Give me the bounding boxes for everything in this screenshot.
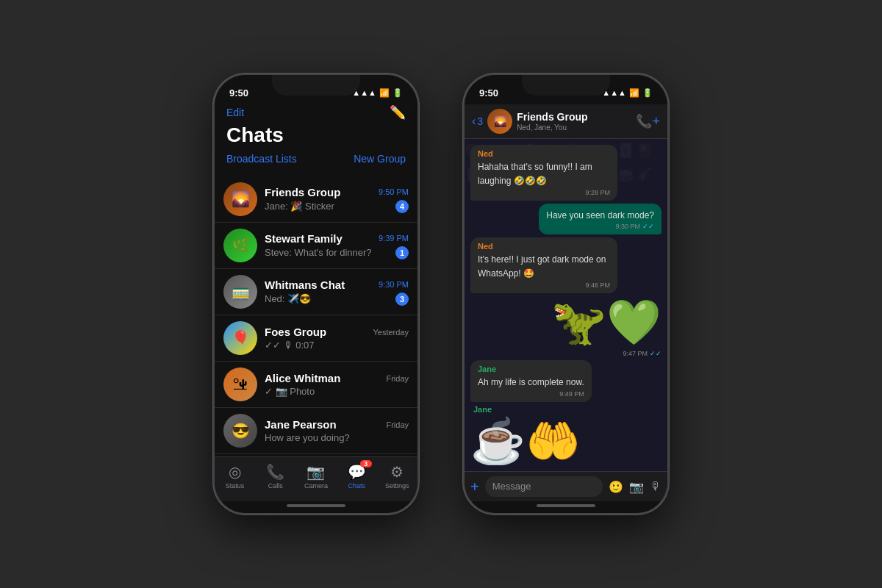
chat-name-stewart: Stewart Family bbox=[265, 232, 343, 245]
chat-name-alice: Alice Whitman bbox=[265, 372, 340, 384]
msg-time-ned-2: 9:46 PM bbox=[585, 282, 610, 289]
chats-header-top: Edit ✏️ bbox=[226, 104, 406, 121]
tab-calls[interactable]: 📞 Calls bbox=[259, 463, 292, 490]
wifi-icon-right: 📶 bbox=[629, 88, 639, 98]
status-icons-right: ▲▲▲ 📶 🔋 bbox=[602, 88, 653, 98]
sender-jane-1: Jane bbox=[478, 365, 584, 373]
mic-button[interactable]: 🎙 bbox=[650, 480, 662, 493]
avatar-friends: 🌄 bbox=[223, 182, 257, 216]
status-time-right: 9:50 bbox=[479, 87, 498, 98]
broadcast-row: Broadcast Lists New Group bbox=[226, 153, 406, 165]
camera-tab-icon: 📷 bbox=[306, 463, 325, 481]
chat-item-foes[interactable]: 🎈 Foes Group Yesterday ✓✓ 🎙 0:07 bbox=[215, 315, 417, 362]
chat-preview-row-friends: Jane: 🎉 Sticker 4 bbox=[265, 200, 409, 213]
status-bar-right: 9:50 ▲▲▲ 📶 🔋 bbox=[465, 75, 667, 104]
chat-preview-row-stewart: Steve: What's for dinner? 1 bbox=[265, 246, 409, 259]
msg-meta-out-1: 9:30 PM ✓✓ bbox=[546, 223, 654, 230]
chat-name-whitmans: Whitmans Chat bbox=[265, 279, 345, 291]
signal-icon: ▲▲▲ bbox=[352, 88, 376, 97]
edit-button[interactable]: Edit bbox=[226, 107, 244, 118]
tab-bar: ◎ Status 📞 Calls 📷 Camera 💬3 Chats ⚙ Set… bbox=[215, 456, 417, 501]
chat-item-jane[interactable]: 😎 Jane Pearson Friday How are you doing? bbox=[215, 408, 417, 454]
chat-preview-jane: How are you doing? bbox=[265, 432, 350, 443]
chat-name-friends: Friends Group bbox=[265, 186, 340, 198]
tab-camera[interactable]: 📷 Camera bbox=[300, 463, 332, 490]
status-time-left: 9:50 bbox=[229, 87, 248, 98]
badge-whitmans: 3 bbox=[395, 293, 409, 306]
msg-meta-ned-2: 9:46 PM bbox=[478, 282, 610, 289]
sender-ned-2: Ned bbox=[478, 242, 610, 251]
message-ned-1: Ned Hahaha that's so funny!! I am laughi… bbox=[470, 145, 617, 201]
messages-content: Ned Hahaha that's so funny!! I am laughi… bbox=[470, 145, 662, 465]
sticker-dino: 🦖💚 9:47 PM ✓✓ bbox=[551, 296, 662, 357]
add-attachment-button[interactable]: + bbox=[470, 478, 479, 495]
chat-name-row-friends: Friends Group 9:50 PM bbox=[265, 186, 409, 198]
battery-icon: 🔋 bbox=[392, 88, 403, 98]
group-info[interactable]: Friends Group Ned, Jane, You bbox=[517, 111, 631, 132]
chat-time-stewart: 9:39 PM bbox=[379, 234, 409, 243]
home-indicator bbox=[287, 504, 345, 507]
chat-time-foes: Yesterday bbox=[373, 328, 409, 337]
camera-input-button[interactable]: 📷 bbox=[629, 480, 644, 494]
calls-tab-icon: 📞 bbox=[266, 463, 284, 481]
msg-time-sticker: 9:47 PM bbox=[623, 350, 648, 357]
chats-tab-icon: 💬3 bbox=[348, 463, 366, 481]
chat-info-alice: Alice Whitman Friday ✓ 📷 Photo bbox=[265, 372, 409, 397]
chat-time-friends: 9:50 PM bbox=[379, 187, 409, 196]
right-phone: 9:50 ▲▲▲ 📶 🔋 ‹ 3 🌄 Friends Group Ned, Ja… bbox=[463, 74, 669, 514]
back-button[interactable]: ‹ 3 bbox=[472, 115, 483, 128]
msg-text-out-1: Have you seen dark mode? bbox=[546, 210, 654, 220]
battery-icon-right: 🔋 bbox=[642, 88, 653, 98]
msg-time-ned-1: 9:28 PM bbox=[585, 189, 610, 196]
chat-item-alice[interactable]: 🏜 Alice Whitman Friday ✓ 📷 Photo bbox=[215, 362, 417, 408]
chat-preview-alice: ✓ 📷 Photo bbox=[265, 386, 315, 397]
status-tab-label: Status bbox=[226, 482, 245, 490]
wifi-icon: 📶 bbox=[379, 88, 390, 98]
left-phone: 9:50 ▲▲▲ 📶 🔋 Edit ✏️ Chats Broadcast Lis… bbox=[213, 74, 419, 514]
badge-friends: 4 bbox=[395, 200, 409, 213]
sticker-cup: Jane ☕🤲 9:50 PM bbox=[470, 405, 581, 465]
chat-item-whitmans[interactable]: 🚃 Whitmans Chat 9:30 PM Ned: ✈️😎 3 bbox=[215, 269, 417, 315]
broadcast-lists-link[interactable]: Broadcast Lists bbox=[226, 153, 297, 165]
msg-tick-out-1: ✓✓ bbox=[642, 223, 654, 230]
new-group-link[interactable]: New Group bbox=[354, 153, 406, 165]
msg-meta-ned-1: 9:28 PM bbox=[478, 189, 610, 196]
chat-time-jane: Friday bbox=[386, 420, 409, 429]
chat-preview-row-alice: ✓ 📷 Photo bbox=[265, 386, 409, 397]
chat-time-alice: Friday bbox=[386, 374, 409, 383]
msg-meta-jane-1: 9:49 PM bbox=[478, 390, 584, 398]
chats-screen: 9:50 ▲▲▲ 📶 🔋 Edit ✏️ Chats Broadcast Lis… bbox=[215, 75, 417, 513]
tab-settings[interactable]: ⚙ Settings bbox=[381, 463, 413, 490]
status-icons-left: ▲▲▲ 📶 🔋 bbox=[352, 88, 403, 98]
chats-tab-label: Chats bbox=[348, 482, 365, 490]
chat-name-row-alice: Alice Whitman Friday bbox=[265, 372, 409, 384]
chat-name-foes: Foes Group bbox=[265, 326, 326, 338]
msg-text-ned-2: It's here!! I just got dark mode on What… bbox=[478, 254, 606, 279]
chat-list: 🌄 Friends Group 9:50 PM Jane: 🎉 Sticker … bbox=[215, 176, 417, 456]
msg-meta-sticker: 9:47 PM ✓✓ bbox=[551, 350, 662, 357]
chat-item-stewart[interactable]: 🌿 Stewart Family 9:39 PM Steve: What's f… bbox=[215, 223, 417, 269]
chat-info-stewart: Stewart Family 9:39 PM Steve: What's for… bbox=[265, 232, 409, 259]
message-jane-1: Jane Ah my life is complete now. 9:49 PM bbox=[470, 360, 592, 402]
sticker-button[interactable]: 🙂 bbox=[609, 480, 623, 494]
message-placeholder: Message bbox=[492, 481, 531, 492]
msg-tick-sticker: ✓✓ bbox=[650, 350, 662, 357]
message-input[interactable]: Message bbox=[485, 476, 603, 497]
chat-item-friends[interactable]: 🌄 Friends Group 9:50 PM Jane: 🎉 Sticker … bbox=[215, 176, 417, 223]
chat-preview-row-jane: How are you doing? bbox=[265, 432, 409, 443]
call-button[interactable]: 📞+ bbox=[636, 113, 660, 129]
tab-status[interactable]: ◎ Status bbox=[219, 463, 251, 490]
msg-text-jane-1: Ah my life is complete now. bbox=[478, 377, 584, 387]
back-count: 3 bbox=[477, 115, 483, 127]
chat-info-jane: Jane Pearson Friday How are you doing? bbox=[265, 418, 409, 443]
chats-header: Edit ✏️ Chats Broadcast Lists New Group bbox=[215, 104, 417, 176]
compose-button[interactable]: ✏️ bbox=[390, 104, 406, 121]
chat-name-row-foes: Foes Group Yesterday bbox=[265, 326, 409, 338]
chat-preview-stewart: Steve: What's for dinner? bbox=[265, 247, 372, 258]
chat-preview-row-foes: ✓✓ 🎙 0:07 bbox=[265, 340, 409, 351]
settings-tab-label: Settings bbox=[385, 482, 409, 490]
chat-info-friends: Friends Group 9:50 PM Jane: 🎉 Sticker 4 bbox=[265, 186, 409, 213]
home-indicator-right bbox=[537, 504, 595, 507]
message-ned-2: Ned It's here!! I just got dark mode on … bbox=[470, 237, 617, 293]
tab-chats[interactable]: 💬3 Chats bbox=[340, 463, 373, 490]
